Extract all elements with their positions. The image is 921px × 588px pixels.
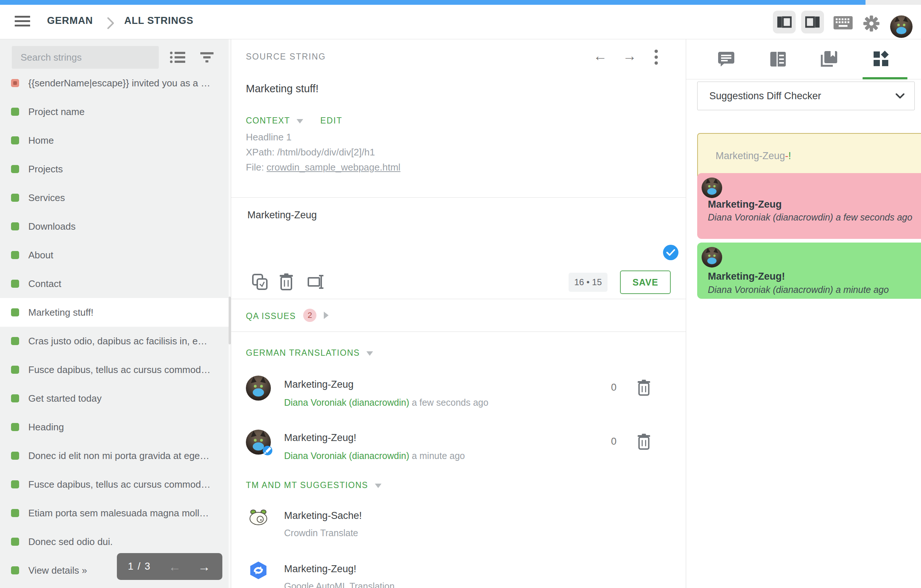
breadcrumb-project[interactable]: GERMAN <box>47 15 93 26</box>
copy-source-icon <box>252 274 268 290</box>
context-collapse-icon[interactable] <box>296 119 303 124</box>
translation-editor[interactable]: Marketing-Zeug <box>231 197 687 299</box>
list-item[interactable]: Cras justo odio, dapibus ac facilisis in… <box>0 327 229 355</box>
qa-expand-icon[interactable] <box>324 312 329 319</box>
list-item[interactable]: Downloads <box>0 212 229 241</box>
translation-byline: Diana Voroniak (dianacrowdin) a minute a… <box>284 451 465 461</box>
context-info: Headline 1 XPath: /html/body/div/div[2]/… <box>246 130 400 175</box>
list-item[interactable]: Fusce dapibus, tellus ac cursus commod… <box>0 470 229 499</box>
pagination-label: 1 / 3 <box>128 561 151 572</box>
strings-sidebar: {{senderName|escape}} invited you as a …… <box>0 39 229 588</box>
comments-tab[interactable] <box>716 50 737 69</box>
pagination-next-icon[interactable]: → <box>198 560 211 573</box>
list-item[interactable]: Projects <box>0 155 229 183</box>
hamburger-menu-icon[interactable] <box>15 16 30 28</box>
tm-mt-suggestions-header[interactable]: TM AND MT SUGGESTIONS <box>246 480 381 490</box>
delete-translation-button[interactable] <box>280 274 293 290</box>
card-author: Diana Voroniak (dianacrowdin) <box>708 285 833 295</box>
breadcrumb-section[interactable]: ALL STRINGS <box>124 15 193 26</box>
list-item[interactable]: About <box>0 241 229 269</box>
search-strings-box[interactable] <box>12 46 159 69</box>
string-menu-icon[interactable] <box>654 50 658 67</box>
section-collapse-icon[interactable] <box>366 351 373 356</box>
section-collapse-icon[interactable] <box>375 484 381 488</box>
list-item[interactable]: {{senderName|escape}} invited you as a … <box>0 69 229 98</box>
list-item[interactable]: Heading <box>0 413 229 441</box>
keyboard-shortcuts-button[interactable] <box>833 16 853 29</box>
list-item[interactable]: Donec sed odio dui. <box>0 527 229 556</box>
context-toggle[interactable]: CONTEXT <box>246 116 290 125</box>
german-translations-header[interactable]: GERMAN TRANSLATIONS <box>246 348 373 358</box>
previous-string-button[interactable]: ← <box>593 49 607 63</box>
context-row: CONTEXTEDIT <box>246 116 343 126</box>
list-item[interactable]: Project name <box>0 98 229 126</box>
translation-input-text[interactable]: Marketing-Zeug <box>247 210 317 221</box>
file-link[interactable]: crowdin_sample_webpage.html <box>267 162 400 173</box>
crowdin-translate-icon <box>249 509 268 526</box>
settings-button[interactable] <box>863 15 880 32</box>
pagination-prev-icon[interactable]: ← <box>169 560 181 573</box>
approved-check-icon[interactable] <box>663 245 679 260</box>
translation-author-link[interactable]: Diana Voroniak (dianacrowdin) <box>284 397 409 407</box>
string-status-hidden-icon <box>11 79 19 87</box>
delete-translation-row-button[interactable] <box>638 434 650 450</box>
strings-pagination: 1 / 3 ← → <box>117 553 222 580</box>
string-status-translated-icon <box>11 222 19 230</box>
string-status-translated-icon <box>11 337 19 345</box>
diff-removed-text: - <box>785 150 788 161</box>
diff-card-removed[interactable]: Marketing-Zeug Diana Voroniak (dianacrow… <box>697 173 921 239</box>
list-item[interactable]: Home <box>0 126 229 155</box>
list-item-selected[interactable]: Marketing stuff! <box>0 298 229 327</box>
glossary-tab[interactable] <box>818 50 839 69</box>
string-status-translated-icon <box>11 452 19 460</box>
select-text-icon <box>308 274 324 290</box>
list-item[interactable]: Fusce dapibus, tellus ac cursus commod… <box>0 355 229 384</box>
delete-translation-row-button[interactable] <box>638 380 650 396</box>
list-item[interactable]: Donec id elit non mi porta gravida at eg… <box>0 441 229 470</box>
layout-left-panel-icon <box>777 16 792 28</box>
string-list: {{senderName|escape}} invited you as a …… <box>0 69 229 585</box>
filter-icon[interactable] <box>200 51 214 64</box>
select-text-button[interactable] <box>308 274 324 290</box>
translation-byline: Diana Voroniak (dianacrowdin) a few seco… <box>284 397 488 408</box>
context-line-1: Headline 1 <box>246 130 400 145</box>
keyboard-icon <box>833 16 853 29</box>
suggestion-text: Marketing-Sache! <box>284 510 362 521</box>
apps-side-panel: Suggestions Diff Checker Marketing-Zeug-… <box>686 39 921 588</box>
translation-author-link[interactable]: Diana Voroniak (dianacrowdin) <box>284 451 409 461</box>
app-selector-dropdown[interactable]: Suggestions Diff Checker <box>697 81 915 110</box>
translation-time: a minute ago <box>412 451 465 461</box>
string-status-translated-icon <box>11 251 19 259</box>
search-input[interactable] <box>12 46 159 69</box>
context-tab[interactable] <box>768 50 788 69</box>
user-avatar[interactable] <box>890 15 913 38</box>
diff-unchanged-text: Marketing-Zeug <box>716 150 785 161</box>
card-author: Diana Voroniak (dianacrowdin) <box>708 212 833 222</box>
list-item[interactable]: Contact <box>0 269 229 298</box>
qa-issues-label[interactable]: QA ISSUES <box>246 311 296 321</box>
suggestion-text: Marketing-Zeug! <box>284 564 356 575</box>
list-item[interactable]: Etiam porta sem malesuada magna moll… <box>0 499 229 527</box>
source-string-text: Marketing stuff! <box>246 83 319 95</box>
copy-source-button[interactable] <box>252 274 268 290</box>
list-item[interactable]: Services <box>0 183 229 212</box>
next-string-button[interactable]: → <box>623 49 636 63</box>
chevron-down-icon <box>895 93 905 99</box>
layout-right-panel-button[interactable] <box>801 11 824 33</box>
translations-lists: GERMAN TRANSLATIONS Marketing-Zeug Diana… <box>231 332 687 588</box>
translator-avatar <box>701 247 722 267</box>
apps-dashboard-icon <box>873 51 890 68</box>
list-view-icon[interactable] <box>170 51 185 64</box>
qa-issues-section[interactable]: QA ISSUES 2 <box>231 299 687 332</box>
save-button[interactable]: SAVE <box>620 270 671 294</box>
string-status-translated-icon <box>11 480 19 489</box>
translation-votes: 0 <box>606 436 622 447</box>
layout-left-panel-button[interactable] <box>773 11 796 33</box>
active-tab-indicator <box>862 77 907 79</box>
edit-context-button[interactable]: EDIT <box>320 116 342 125</box>
diff-card-added[interactable]: Marketing-Zeug! Diana Voroniak (dianacro… <box>697 243 921 299</box>
editor-main-panel: SOURCE STRING ← → Marketing stuff! CONTE… <box>231 39 686 588</box>
layout-right-panel-icon <box>805 16 820 28</box>
apps-tab[interactable] <box>871 50 892 69</box>
list-item[interactable]: Get started today <box>0 384 229 413</box>
